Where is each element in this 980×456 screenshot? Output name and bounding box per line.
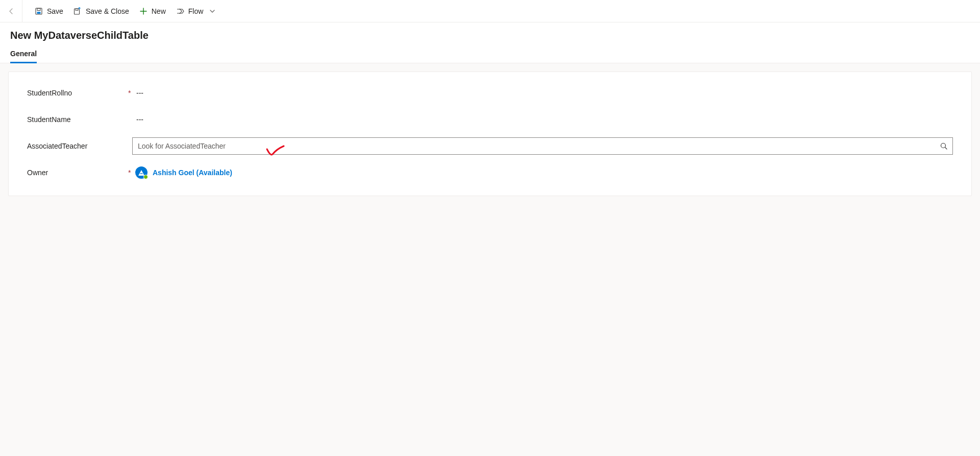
lookup-search-button[interactable] (935, 138, 952, 154)
field-label-owner: Owner (27, 169, 114, 177)
page-title: New MyDataverseChildTable (10, 30, 970, 46)
svg-rect-1 (37, 8, 40, 10)
save-icon (35, 7, 43, 15)
label-text: AssociatedTeacher (27, 142, 87, 150)
page-header: New MyDataverseChildTable General (0, 22, 980, 63)
save-button[interactable]: Save (30, 0, 68, 22)
save-close-icon (74, 7, 82, 15)
required-indicator: * (128, 89, 132, 97)
field-owner: Owner * Ashish Goel (Available) (27, 164, 953, 181)
field-associated-teacher: AssociatedTeacher (27, 137, 953, 155)
back-arrow-icon (7, 7, 15, 15)
field-value-associated-teacher (132, 137, 953, 155)
svg-rect-4 (76, 9, 78, 10)
save-close-button[interactable]: Save & Close (68, 0, 134, 22)
value-text: --- (132, 89, 143, 97)
content-area: StudentRollno * --- StudentName --- Asso… (0, 63, 980, 204)
svg-rect-3 (74, 9, 79, 14)
lookup-input[interactable] (133, 138, 935, 154)
search-icon (940, 142, 948, 150)
label-text: StudentName (27, 115, 71, 124)
flow-button[interactable]: Flow (171, 0, 222, 22)
required-indicator: * (128, 169, 132, 177)
chevron-down-icon (208, 7, 216, 15)
tabs: General (10, 46, 970, 63)
back-button[interactable] (0, 0, 22, 22)
svg-line-6 (945, 148, 947, 150)
save-label: Save (47, 7, 63, 15)
tab-general-label: General (10, 50, 37, 58)
new-label: New (152, 7, 166, 15)
plus-icon (139, 7, 148, 15)
field-label-student-name: StudentName (27, 115, 114, 124)
field-student-name: StudentName --- (27, 111, 953, 128)
presence-available-icon (143, 175, 148, 179)
value-text: --- (132, 115, 143, 124)
field-label-student-rollno: StudentRollno (27, 89, 114, 97)
command-bar: Save Save & Close New (0, 0, 980, 22)
field-value-student-rollno[interactable]: --- (132, 89, 953, 97)
field-student-rollno: StudentRollno * --- (27, 84, 953, 102)
svg-rect-2 (37, 12, 41, 14)
new-button[interactable]: New (134, 0, 171, 22)
field-value-student-name[interactable]: --- (132, 115, 953, 124)
lookup-associated-teacher (132, 137, 953, 155)
label-text: Owner (27, 169, 48, 177)
owner-user-chip[interactable]: Ashish Goel (Available) (132, 166, 232, 179)
flow-icon (176, 7, 184, 15)
avatar (135, 166, 148, 179)
tab-general[interactable]: General (10, 46, 37, 63)
save-close-label: Save & Close (86, 7, 129, 15)
flow-label: Flow (188, 7, 204, 15)
label-text: StudentRollno (27, 89, 72, 97)
command-group: Save Save & Close New (22, 0, 222, 22)
form-card: StudentRollno * --- StudentName --- Asso… (8, 71, 972, 196)
field-label-associated-teacher: AssociatedTeacher (27, 142, 114, 150)
field-value-owner: Ashish Goel (Available) (132, 166, 953, 179)
owner-name: Ashish Goel (Available) (153, 169, 232, 177)
